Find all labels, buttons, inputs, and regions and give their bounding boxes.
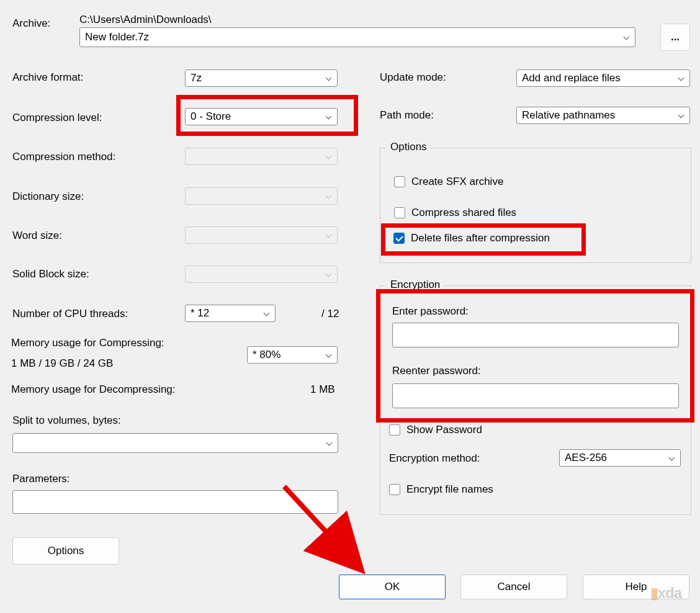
enter-pw-label: Enter password: (392, 305, 469, 318)
show-password-checkbox[interactable] (389, 424, 400, 436)
delete-checkbox[interactable] (393, 233, 405, 244)
method-select[interactable] (185, 148, 338, 165)
chevron-down-icon (326, 440, 333, 447)
split-select[interactable] (12, 433, 338, 453)
mem-pct-select[interactable]: * 80% (247, 346, 338, 364)
chevron-down-icon (325, 193, 332, 200)
cpu-select[interactable]: * 12 (185, 305, 276, 322)
options-legend: Options (387, 141, 431, 153)
update-value: Add and replace files (522, 72, 621, 84)
encrypt-names-label: Encrypt file names (406, 483, 493, 496)
chevron-down-icon (668, 455, 675, 462)
mem-comp-value: 1 MB / 19 GB / 24 GB (11, 357, 113, 370)
options-button[interactable]: Options (12, 537, 119, 565)
reenter-password-input[interactable] (392, 383, 679, 408)
enc-method-value: AES-256 (565, 452, 607, 464)
browse-button[interactable]: ... (660, 24, 690, 51)
params-input[interactable] (12, 490, 338, 514)
format-select[interactable]: 7z (185, 69, 338, 87)
dict-select[interactable] (185, 187, 338, 205)
method-label: Compression method: (12, 151, 115, 163)
cpu-value: * 12 (191, 307, 209, 320)
block-label: Solid Block size: (12, 268, 89, 280)
path-select[interactable]: Relative pathnames (516, 107, 690, 124)
ok-label: OK (385, 581, 400, 593)
update-label: Update mode: (380, 71, 446, 84)
word-label: Word size: (12, 230, 62, 242)
format-value: 7z (191, 72, 202, 84)
chevron-down-icon (678, 75, 684, 82)
split-label: Split to volumes, bytes: (12, 414, 121, 427)
cancel-button[interactable]: Cancel (460, 575, 567, 599)
delete-label: Delete files after compression (411, 232, 550, 244)
chevron-down-icon (325, 75, 332, 82)
cancel-label: Cancel (498, 581, 531, 593)
level-label: Compression level: (12, 112, 102, 124)
enter-password-input[interactable] (392, 323, 679, 347)
archive-path: C:\Users\Admin\Downloads\ (79, 14, 212, 26)
dict-label: Dictionary size: (12, 190, 84, 203)
mem-pct-value: * 80% (253, 349, 280, 361)
mem-comp-label: Memory usage for Compressing: (11, 337, 164, 349)
encrypt-names-checkbox[interactable] (389, 484, 400, 495)
update-select[interactable]: Add and replace files (516, 69, 690, 87)
chevron-down-icon (325, 153, 332, 160)
shared-checkbox[interactable] (394, 207, 405, 218)
chevron-down-icon (623, 34, 630, 41)
show-password-label: Show Password (406, 424, 482, 436)
chevron-down-icon (263, 310, 270, 317)
archive-label: Archive: (12, 17, 50, 30)
word-select[interactable] (185, 226, 338, 244)
chevron-down-icon (325, 352, 332, 359)
params-label: Parameters: (12, 473, 70, 485)
cpu-label: Number of CPU threads: (12, 308, 128, 320)
help-label: Help (626, 581, 647, 593)
chevron-down-icon (325, 271, 332, 278)
level-select[interactable]: 0 - Store (185, 108, 338, 125)
archive-filename: New folder.7z (85, 31, 149, 43)
sfx-checkbox[interactable] (394, 176, 405, 187)
chevron-down-icon (325, 232, 332, 239)
block-select[interactable] (185, 266, 338, 283)
options-button-label: Options (48, 545, 84, 557)
format-label: Archive format: (12, 71, 83, 84)
chevron-down-icon (678, 112, 684, 119)
sfx-label: Create SFX archive (411, 176, 503, 188)
shared-label: Compress shared files (411, 207, 516, 219)
path-value: Relative pathnames (522, 109, 615, 122)
path-label: Path mode: (380, 109, 434, 122)
help-button[interactable]: Help (583, 575, 689, 599)
reenter-pw-label: Reenter password: (392, 365, 481, 377)
cpu-total: / 12 (321, 308, 339, 320)
archive-filename-select[interactable]: New folder.7z (79, 27, 635, 47)
ok-button[interactable]: OK (339, 575, 446, 599)
enc-method-label: Encryption method: (389, 452, 480, 464)
mem-dec-value: 1 MB (310, 383, 335, 396)
browse-label: ... (671, 31, 680, 43)
chevron-down-icon (325, 114, 332, 120)
enc-method-select[interactable]: AES-256 (559, 449, 681, 467)
mem-dec-label: Memory usage for Decompressing: (11, 383, 176, 396)
level-value: 0 - Store (191, 110, 231, 123)
